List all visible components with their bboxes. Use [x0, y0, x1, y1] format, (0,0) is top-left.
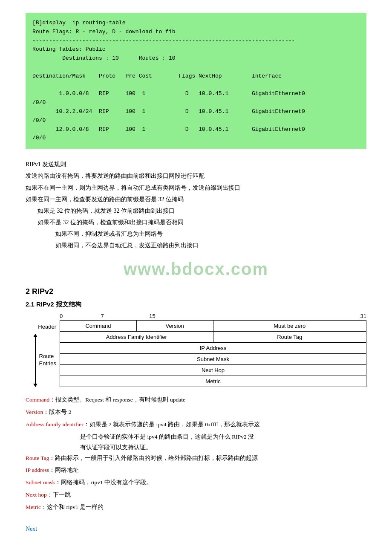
watermark-text: www.bdocx.com	[124, 260, 268, 278]
metric-cell: Metric	[60, 376, 366, 387]
bit-0: 0	[60, 313, 83, 319]
subnet-mask-cell: Subnet Mask	[60, 353, 366, 364]
bit-7: 7	[83, 313, 121, 319]
desc-next-hop-label: Next hop	[26, 491, 47, 498]
desc-afi-label: Address family identifier	[26, 421, 84, 428]
desc-ip-address: IP address：网络地址	[26, 465, 366, 476]
packet-structure-table: Command Version Must be zero Address Fam…	[60, 320, 366, 387]
desc-route-tag: Route Tag：路由标示，一般用于引入外部路由的时候，给外部路由打标，标示路…	[26, 453, 366, 464]
ripv1-rule-6: 如果不同，抑制发送或者汇总为主网络号	[26, 228, 366, 239]
section2-heading: 2 RIPv2	[26, 287, 366, 296]
terminal-block: [B]display ip routing-table Route Flags:…	[26, 13, 366, 149]
ripv1-rule-7: 如果相同，不会边界自动汇总，发送正确路由到出接口	[26, 240, 366, 251]
ip-address-row: IP Address	[60, 342, 366, 353]
next-link[interactable]: Next	[26, 526, 37, 532]
subnet-mask-row: Subnet Mask	[60, 353, 366, 364]
desc-metric: Metric：这个和 ripv1 是一样的	[26, 502, 366, 513]
desc-version: Version：版本号 2	[26, 407, 366, 418]
ripv1-rules-title: RIPv1 发送规则	[26, 159, 366, 170]
desc-route-tag-label: Route Tag	[26, 455, 49, 461]
ripv2-packet-diagram: 0 7 15 31 Header RouteEntries	[26, 313, 366, 387]
header-row: Command Version Must be zero	[60, 320, 366, 331]
ripv1-rule-3: 如果在同一主网，检查要发送的路由的前缀是否是 32 位掩码	[26, 194, 366, 205]
desc-command-label: Command	[26, 396, 49, 403]
bit-15: 15	[121, 313, 183, 319]
metric-row: Metric	[60, 376, 366, 387]
desc-next-hop: Next hop：下一跳	[26, 490, 366, 500]
ripv1-rule-1: 发送的路由没有掩码，将要发送的路由由前缀和出接口网段进行匹配	[26, 171, 366, 181]
ripv1-rule-2: 如果不在同一主网，则为主网边界，将自动汇总成有类网络号，发送前缀到出接口	[26, 182, 366, 193]
next-hop-cell: Next Hop	[60, 364, 366, 376]
bit-31: 31	[183, 313, 366, 319]
watermark-area: www.bdocx.com	[26, 260, 366, 279]
desc-subnet-mask: Subnet mask：网络掩码，ripv1 中没有这个字段。	[26, 477, 366, 488]
desc-afi: Address family identifier：如果是 2 就表示传递的是 …	[26, 419, 366, 430]
ripv1-rule-4: 如果是 32 位的掩码，就发送 32 位前缀路由到出接口	[26, 205, 366, 216]
afi-cell: Address Family Identifier	[60, 331, 213, 342]
desc-ip-address-label: IP address	[26, 467, 49, 473]
descriptions-section: Command：报文类型。Request 和 response，有时候也叫 up…	[26, 395, 366, 513]
ripv1-rules-section: RIPv1 发送规则 发送的路由没有掩码，将要发送的路由由前缀和出接口网段进行匹…	[26, 159, 366, 251]
ip-address-cell: IP Address	[60, 342, 366, 353]
header-label: Header	[38, 324, 56, 330]
desc-version-label: Version	[26, 409, 43, 415]
desc-afi-indent: 是个口令验证的实体不是 ipv4 的路由条目，这就是为什么 RIPv2 没 有认…	[26, 432, 366, 453]
command-cell: Command	[60, 320, 137, 331]
ripv1-rule-5: 如果不是 32 位的掩码，检查前缀和出接口掩码是否相同	[26, 217, 366, 228]
route-entries-label: RouteEntries	[39, 353, 56, 367]
afi-row: Address Family Identifier Route Tag	[60, 331, 366, 342]
version-cell: Version	[136, 320, 213, 331]
must-be-zero-cell: Must be zero	[213, 320, 366, 331]
subsection21-heading: 2.1 RIPv2 报文结构	[26, 301, 366, 309]
desc-command: Command：报文类型。Request 和 response，有时候也叫 up…	[26, 395, 366, 405]
desc-metric-label: Metric	[26, 504, 41, 510]
route-tag-cell: Route Tag	[213, 331, 366, 342]
next-hop-row: Next Hop	[60, 364, 366, 376]
desc-subnet-mask-label: Subnet mask	[26, 479, 55, 486]
navigation-bar: Next	[26, 526, 366, 532]
